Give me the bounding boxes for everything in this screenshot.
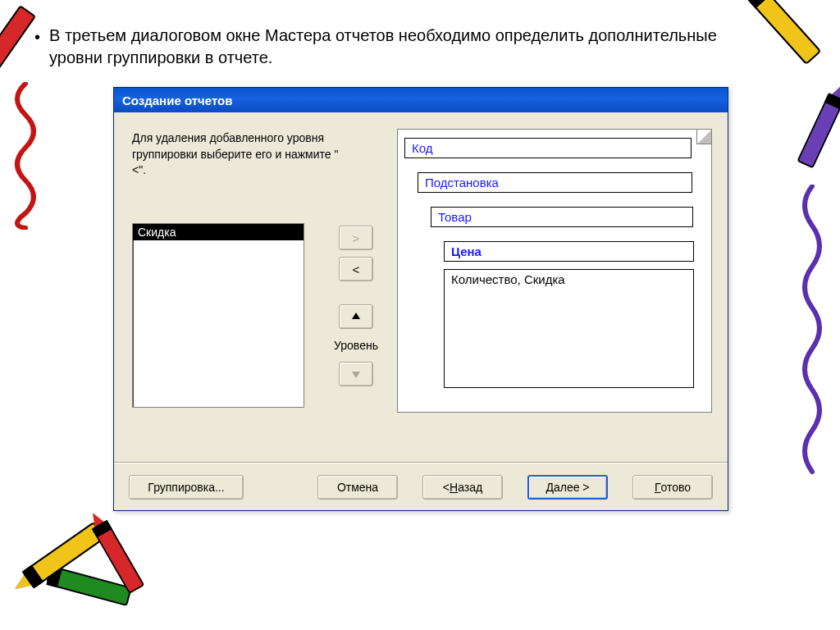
dialog-button-row: Группировка... Отмена < Назад Далее > Го… — [114, 463, 728, 510]
next-rest: алее > — [554, 481, 590, 494]
back-prefix: < — [443, 481, 450, 494]
group-level-2: Подстановка — [418, 172, 692, 193]
grouping-options-button[interactable]: Группировка... — [129, 475, 244, 500]
group-level-3: Товар — [431, 207, 693, 227]
arrow-buttons-column: > < Уровень — [323, 226, 389, 386]
back-rest: азад — [458, 481, 482, 494]
page-fold-icon — [696, 130, 711, 144]
svg-marker-1 — [352, 372, 360, 378]
svg-marker-0 — [352, 313, 360, 319]
listbox-item-selected[interactable]: Скидка — [133, 224, 304, 240]
arrow-up-icon — [350, 311, 362, 322]
finish-mnemonic: Г — [655, 481, 661, 494]
priority-up-button[interactable] — [339, 304, 373, 329]
finish-rest: отово — [661, 481, 692, 494]
slide-bullet-text: В третьем диалоговом окне Мастера отчето… — [49, 25, 730, 69]
level-label: Уровень — [334, 339, 378, 352]
dialog-body: Для удаления добавленного уровня группир… — [114, 112, 728, 510]
cancel-button[interactable]: Отмена — [317, 475, 398, 500]
report-wizard-dialog: Создание отчетов Для удаления добавленно… — [113, 87, 728, 511]
dialog-titlebar: Создание отчетов — [114, 88, 728, 112]
decor-squiggle-red — [5, 82, 46, 230]
next-mnemonic: Д — [546, 481, 553, 494]
arrow-down-icon — [350, 368, 362, 380]
decor-squiggle-purple — [796, 185, 829, 480]
group-level-1: Код — [404, 138, 692, 158]
detail-fields-box: Количество, Скидка — [444, 269, 694, 388]
grouping-preview-panel: Код Подстановка Товар Цена Количество, С… — [397, 129, 712, 413]
add-level-button[interactable]: > — [339, 226, 373, 250]
remove-level-button[interactable]: < — [339, 257, 373, 281]
back-mnemonic: Н — [450, 481, 458, 494]
finish-button[interactable]: Готово — [632, 475, 713, 500]
decor-crayon-yellow-tr — [737, 0, 821, 65]
priority-down-button[interactable] — [339, 362, 373, 386]
dialog-description: Для удаления добавленного уровня группир… — [132, 130, 341, 179]
next-button[interactable]: Далее > — [527, 475, 608, 500]
group-level-4: Цена — [444, 241, 694, 262]
fields-listbox[interactable]: Скидка — [132, 223, 304, 408]
dialog-title: Создание отчетов — [122, 94, 232, 107]
decor-crayon-purple-r — [797, 80, 840, 168]
back-button[interactable]: < Назад — [422, 475, 503, 500]
